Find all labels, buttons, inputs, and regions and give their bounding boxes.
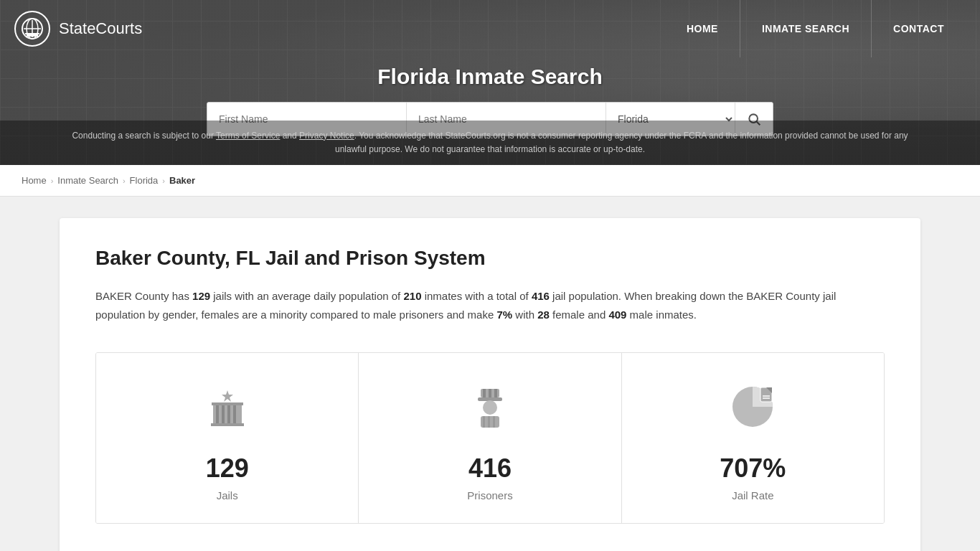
logo-area: StateCourts <box>0 0 142 57</box>
prisoner-icon <box>465 382 515 439</box>
breadcrumb: Home › Inmate Search › Florida › Baker <box>0 165 980 197</box>
site-logo-icon <box>14 11 50 47</box>
content-heading: Baker County, FL Jail and Prison System <box>95 247 885 270</box>
stat-card-prisoners: 416 Prisoners <box>359 353 621 523</box>
stats-grid: 129 Jails <box>95 352 885 524</box>
stat-label-prisoners: Prisoners <box>467 489 512 501</box>
stat-card-jails: 129 Jails <box>96 353 359 523</box>
svg-rect-12 <box>227 403 230 425</box>
stat-label-jails: Jails <box>217 489 238 501</box>
site-logo-text: StateCourts <box>59 19 142 38</box>
breadcrumb-sep-1: › <box>51 176 54 185</box>
breadcrumb-inmate-search[interactable]: Inmate Search <box>57 175 118 186</box>
chart-icon <box>727 382 778 439</box>
terms-link[interactable]: Terms of Service <box>216 131 280 141</box>
nav-item-inmate-search[interactable]: INMATE SEARCH <box>740 0 872 57</box>
svg-rect-4 <box>27 34 38 37</box>
svg-rect-10 <box>216 403 219 425</box>
nav-bar: HOME INMATE SEARCH CONTACT <box>665 0 980 57</box>
breadcrumb-sep-2: › <box>123 176 126 185</box>
svg-rect-13 <box>233 403 236 425</box>
breadcrumb-florida[interactable]: Florida <box>130 175 159 186</box>
nav-item-contact[interactable]: CONTACT <box>872 0 966 57</box>
svg-rect-20 <box>494 389 497 397</box>
svg-rect-15 <box>212 402 243 405</box>
stat-label-jail-rate: Jail Rate <box>732 489 773 501</box>
svg-rect-19 <box>489 389 491 397</box>
breadcrumb-current: Baker <box>169 175 195 186</box>
content-description: BAKER County has 129 jails with an avera… <box>95 287 885 324</box>
svg-rect-23 <box>483 416 485 428</box>
stat-number-jail-rate: 707% <box>720 453 786 484</box>
page-title: Florida Inmate Search <box>377 65 602 89</box>
privacy-link[interactable]: Privacy Notice <box>299 131 354 141</box>
jail-icon <box>202 382 253 439</box>
breadcrumb-sep-3: › <box>162 176 165 185</box>
svg-rect-25 <box>493 416 495 428</box>
svg-rect-14 <box>211 423 244 426</box>
stat-card-jail-rate: 707% Jail Rate <box>622 353 884 523</box>
disclaimer-bar: Conducting a search is subject to our Te… <box>0 121 980 165</box>
stat-number-prisoners: 416 <box>468 453 512 484</box>
stat-number-jails: 129 <box>206 453 249 484</box>
svg-rect-18 <box>483 389 486 397</box>
svg-point-21 <box>483 400 497 415</box>
site-header: StateCourts HOME INMATE SEARCH CONTACT F… <box>0 0 980 165</box>
svg-rect-24 <box>488 416 490 428</box>
nav-item-home[interactable]: HOME <box>665 0 740 57</box>
svg-rect-5 <box>25 33 39 34</box>
main-content: Baker County, FL Jail and Prison System … <box>60 218 920 551</box>
svg-rect-11 <box>222 403 225 425</box>
svg-marker-9 <box>222 390 233 402</box>
breadcrumb-home[interactable]: Home <box>22 175 47 186</box>
